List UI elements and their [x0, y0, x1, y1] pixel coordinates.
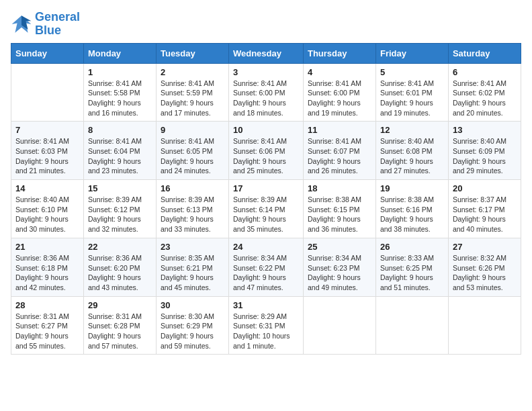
header-cell-thursday: Thursday [303, 43, 375, 63]
day-info: Sunrise: 8:36 AMSunset: 6:20 PMDaylight:… [88, 253, 152, 293]
day-number: 28 [15, 300, 79, 310]
day-cell: 27Sunrise: 8:32 AMSunset: 6:26 PMDayligh… [448, 238, 521, 296]
day-number: 21 [15, 242, 79, 252]
day-info: Sunrise: 8:41 AMSunset: 6:07 PMDaylight:… [308, 136, 371, 176]
header: General Blue [11, 11, 521, 38]
day-cell: 9Sunrise: 8:41 AMSunset: 6:05 PMDaylight… [156, 122, 228, 180]
day-number: 12 [380, 125, 444, 135]
day-info: Sunrise: 8:41 AMSunset: 6:03 PMDaylight:… [15, 136, 79, 176]
calendar-table: SundayMondayTuesdayWednesdayThursdayFrid… [11, 43, 521, 355]
logo-text-line1: General [35, 11, 80, 24]
day-info: Sunrise: 8:39 AMSunset: 6:14 PMDaylight:… [233, 195, 299, 234]
day-number: 8 [88, 125, 152, 135]
header-cell-friday: Friday [375, 43, 448, 63]
day-cell: 17Sunrise: 8:39 AMSunset: 6:14 PMDayligh… [228, 180, 303, 238]
day-cell: 12Sunrise: 8:40 AMSunset: 6:08 PMDayligh… [375, 122, 448, 180]
day-cell: 6Sunrise: 8:41 AMSunset: 6:02 PMDaylight… [448, 63, 521, 122]
header-cell-sunday: Sunday [11, 43, 84, 63]
day-number: 2 [161, 67, 224, 77]
day-number: 31 [233, 300, 299, 310]
day-number: 22 [88, 242, 152, 252]
day-info: Sunrise: 8:41 AMSunset: 5:58 PMDaylight:… [88, 79, 152, 118]
day-info: Sunrise: 8:34 AMSunset: 6:22 PMDaylight:… [233, 253, 299, 293]
week-row-5: 28Sunrise: 8:31 AMSunset: 6:27 PMDayligh… [11, 296, 521, 355]
day-number: 18 [308, 183, 371, 193]
day-cell: 21Sunrise: 8:36 AMSunset: 6:18 PMDayligh… [11, 238, 84, 296]
day-cell: 7Sunrise: 8:41 AMSunset: 6:03 PMDaylight… [11, 122, 84, 180]
day-cell [303, 296, 375, 355]
day-info: Sunrise: 8:34 AMSunset: 6:23 PMDaylight:… [308, 253, 371, 293]
day-info: Sunrise: 8:41 AMSunset: 6:01 PMDaylight:… [380, 79, 444, 118]
week-row-4: 21Sunrise: 8:36 AMSunset: 6:18 PMDayligh… [11, 238, 521, 296]
day-cell: 26Sunrise: 8:33 AMSunset: 6:25 PMDayligh… [375, 238, 448, 296]
day-cell: 20Sunrise: 8:37 AMSunset: 6:17 PMDayligh… [448, 180, 521, 238]
day-cell: 19Sunrise: 8:38 AMSunset: 6:16 PMDayligh… [375, 180, 448, 238]
day-number: 20 [453, 183, 517, 193]
day-info: Sunrise: 8:40 AMSunset: 6:10 PMDaylight:… [15, 195, 79, 234]
day-cell: 5Sunrise: 8:41 AMSunset: 6:01 PMDaylight… [375, 63, 448, 122]
day-info: Sunrise: 8:38 AMSunset: 6:16 PMDaylight:… [380, 195, 444, 234]
day-cell: 2Sunrise: 8:41 AMSunset: 5:59 PMDaylight… [156, 63, 228, 122]
day-cell: 14Sunrise: 8:40 AMSunset: 6:10 PMDayligh… [11, 180, 84, 238]
day-number: 26 [380, 242, 444, 252]
day-number: 15 [88, 183, 152, 193]
day-info: Sunrise: 8:31 AMSunset: 6:28 PMDaylight:… [88, 312, 152, 351]
day-info: Sunrise: 8:41 AMSunset: 6:04 PMDaylight:… [88, 136, 152, 176]
day-number: 19 [380, 183, 444, 193]
day-cell: 29Sunrise: 8:31 AMSunset: 6:28 PMDayligh… [83, 296, 156, 355]
day-cell: 24Sunrise: 8:34 AMSunset: 6:22 PMDayligh… [228, 238, 303, 296]
day-cell: 30Sunrise: 8:30 AMSunset: 6:29 PMDayligh… [156, 296, 228, 355]
day-info: Sunrise: 8:37 AMSunset: 6:17 PMDaylight:… [453, 195, 517, 234]
day-number: 7 [15, 125, 79, 135]
week-row-1: 1Sunrise: 8:41 AMSunset: 5:58 PMDaylight… [11, 63, 521, 122]
day-cell: 8Sunrise: 8:41 AMSunset: 6:04 PMDaylight… [83, 122, 156, 180]
day-number: 23 [161, 242, 224, 252]
day-number: 6 [453, 67, 517, 77]
day-cell: 13Sunrise: 8:40 AMSunset: 6:09 PMDayligh… [448, 122, 521, 180]
day-cell [448, 296, 521, 355]
day-cell: 16Sunrise: 8:39 AMSunset: 6:13 PMDayligh… [156, 180, 228, 238]
day-cell: 22Sunrise: 8:36 AMSunset: 6:20 PMDayligh… [83, 238, 156, 296]
day-info: Sunrise: 8:36 AMSunset: 6:18 PMDaylight:… [15, 253, 79, 293]
day-cell: 18Sunrise: 8:38 AMSunset: 6:15 PMDayligh… [303, 180, 375, 238]
day-cell [375, 296, 448, 355]
day-info: Sunrise: 8:31 AMSunset: 6:27 PMDaylight:… [15, 312, 79, 351]
logo-icon [11, 13, 32, 35]
day-cell: 23Sunrise: 8:35 AMSunset: 6:21 PMDayligh… [156, 238, 228, 296]
day-number: 1 [88, 67, 152, 77]
day-info: Sunrise: 8:41 AMSunset: 6:06 PMDaylight:… [233, 136, 299, 176]
day-number: 10 [233, 125, 299, 135]
day-cell: 1Sunrise: 8:41 AMSunset: 5:58 PMDaylight… [83, 63, 156, 122]
day-number: 27 [453, 242, 517, 252]
week-row-2: 7Sunrise: 8:41 AMSunset: 6:03 PMDaylight… [11, 122, 521, 180]
day-number: 25 [308, 242, 371, 252]
day-info: Sunrise: 8:33 AMSunset: 6:25 PMDaylight:… [380, 253, 444, 293]
day-info: Sunrise: 8:41 AMSunset: 6:05 PMDaylight:… [161, 136, 224, 176]
day-cell: 28Sunrise: 8:31 AMSunset: 6:27 PMDayligh… [11, 296, 84, 355]
day-cell [11, 63, 84, 122]
day-number: 17 [233, 183, 299, 193]
day-info: Sunrise: 8:32 AMSunset: 6:26 PMDaylight:… [453, 253, 517, 293]
week-row-3: 14Sunrise: 8:40 AMSunset: 6:10 PMDayligh… [11, 180, 521, 238]
day-info: Sunrise: 8:41 AMSunset: 5:59 PMDaylight:… [161, 79, 224, 118]
day-number: 3 [233, 67, 299, 77]
day-info: Sunrise: 8:29 AMSunset: 6:31 PMDaylight:… [233, 312, 299, 351]
day-cell: 11Sunrise: 8:41 AMSunset: 6:07 PMDayligh… [303, 122, 375, 180]
day-number: 29 [88, 300, 152, 310]
day-number: 14 [15, 183, 79, 193]
header-cell-monday: Monday [83, 43, 156, 63]
day-number: 5 [380, 67, 444, 77]
day-info: Sunrise: 8:35 AMSunset: 6:21 PMDaylight:… [161, 253, 224, 293]
day-cell: 25Sunrise: 8:34 AMSunset: 6:23 PMDayligh… [303, 238, 375, 296]
header-cell-tuesday: Tuesday [156, 43, 228, 63]
header-cell-saturday: Saturday [448, 43, 521, 63]
logo-text-line2: Blue [35, 24, 80, 38]
day-cell: 3Sunrise: 8:41 AMSunset: 6:00 PMDaylight… [228, 63, 303, 122]
day-info: Sunrise: 8:41 AMSunset: 6:00 PMDaylight:… [233, 79, 299, 118]
day-number: 9 [161, 125, 224, 135]
day-cell: 4Sunrise: 8:41 AMSunset: 6:00 PMDaylight… [303, 63, 375, 122]
day-number: 30 [161, 300, 224, 310]
day-number: 24 [233, 242, 299, 252]
day-number: 11 [308, 125, 371, 135]
day-number: 13 [453, 125, 517, 135]
